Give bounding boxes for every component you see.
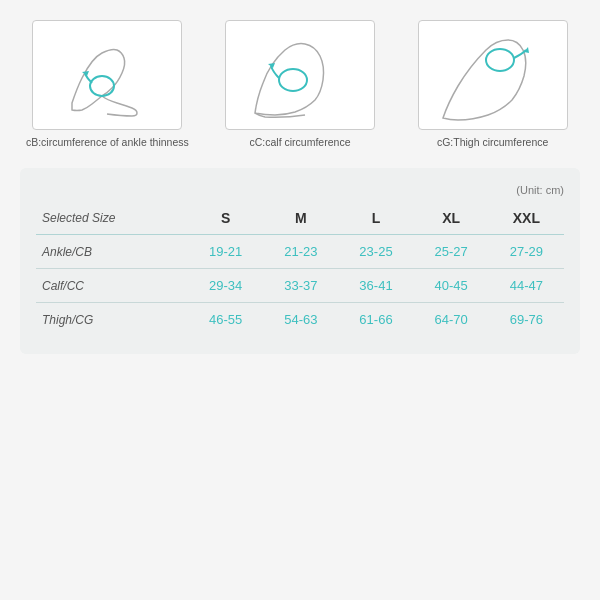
table-row: Thigh/CG46-5554-6361-6664-7069-76 [36,303,564,337]
cell-0-1: 21-23 [263,235,338,269]
cell-0-0: 19-21 [188,235,263,269]
svg-point-0 [90,76,114,96]
cell-2-2: 61-66 [338,303,413,337]
cell-0-4: 27-29 [489,235,564,269]
table-header-row: Selected Size S M L XL XXL [36,202,564,235]
row-label-2: Thigh/CG [36,303,188,337]
thigh-label: cG:Thigh circumference [437,136,548,148]
thigh-illustration: cG:Thigh circumference [405,20,580,148]
cell-2-3: 64-70 [414,303,489,337]
col-s: S [188,202,263,235]
row-label-1: Calf/CC [36,269,188,303]
col-m: M [263,202,338,235]
ankle-illustration: cB:circumference of ankle thinness [20,20,195,148]
row-label-0: Ankle/CB [36,235,188,269]
cell-2-0: 46-55 [188,303,263,337]
cell-2-1: 54-63 [263,303,338,337]
unit-label: (Unit: cm) [36,184,564,196]
col-l: L [338,202,413,235]
thigh-image-box [418,20,568,130]
cell-1-3: 40-45 [414,269,489,303]
cell-1-0: 29-34 [188,269,263,303]
table-row: Ankle/CB19-2121-2323-2525-2727-29 [36,235,564,269]
cell-0-3: 25-27 [414,235,489,269]
size-table: Selected Size S M L XL XXL Ankle/CB19-21… [36,202,564,336]
calf-label: cC:calf circumference [250,136,351,148]
ankle-image-box [32,20,182,130]
table-row: Calf/CC29-3433-3736-4140-4544-47 [36,269,564,303]
cell-0-2: 23-25 [338,235,413,269]
selected-size-header: Selected Size [36,202,188,235]
cell-1-2: 36-41 [338,269,413,303]
svg-point-4 [486,49,514,71]
size-chart-section: (Unit: cm) Selected Size S M L XL XXL An… [20,168,580,354]
cell-1-1: 33-37 [263,269,338,303]
illustrations-section: cB:circumference of ankle thinness cC:ca… [20,20,580,148]
calf-image-box [225,20,375,130]
calf-illustration: cC:calf circumference [213,20,388,148]
col-xl: XL [414,202,489,235]
cell-1-4: 44-47 [489,269,564,303]
cell-2-4: 69-76 [489,303,564,337]
ankle-label: cB:circumference of ankle thinness [26,136,189,148]
svg-point-2 [279,69,307,91]
col-xxl: XXL [489,202,564,235]
